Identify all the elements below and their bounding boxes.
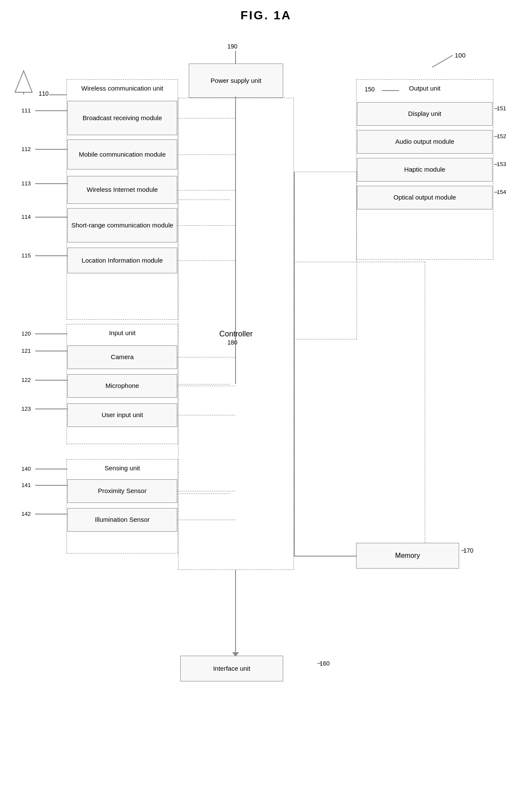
line-123 bbox=[35, 409, 67, 409]
label-111: 111 bbox=[21, 107, 31, 114]
line-151 bbox=[494, 108, 498, 109]
mobile-box: Mobile communication module bbox=[67, 139, 177, 169]
line-illum-ctrl bbox=[177, 520, 235, 521]
display-box: Display unit bbox=[357, 102, 493, 126]
line-prox-ctrl bbox=[177, 491, 235, 492]
diagram: FIG. 1A 100 190 Power supply unit 110 Wi… bbox=[0, 4, 532, 777]
location-box: Location Information module bbox=[67, 248, 177, 273]
sensing-unit-box: Sensing unit bbox=[66, 459, 178, 554]
line-140 bbox=[35, 469, 67, 469]
svg-marker-0 bbox=[15, 71, 32, 92]
line-v-connect bbox=[294, 172, 295, 339]
line-152 bbox=[494, 136, 498, 137]
line-160 bbox=[317, 663, 321, 664]
page-title: FIG. 1A bbox=[0, 9, 532, 22]
label-120: 120 bbox=[21, 330, 31, 337]
line-ctrl-output-v bbox=[357, 172, 357, 339]
line-153 bbox=[494, 164, 498, 165]
label-110: 110 bbox=[39, 90, 48, 97]
line-170 bbox=[461, 550, 465, 551]
user-input-box: User input unit bbox=[67, 403, 177, 427]
svg-marker-2 bbox=[232, 652, 239, 657]
line-111 bbox=[35, 110, 67, 111]
line-broadcast-ctrl bbox=[177, 118, 235, 119]
line-mobile-ctrl bbox=[177, 154, 235, 155]
arrow-110 bbox=[49, 94, 66, 95]
arrow-100 bbox=[432, 55, 453, 67]
label-153: 153 bbox=[497, 161, 506, 167]
power-supply-box: Power supply unit bbox=[189, 64, 283, 98]
line-ctrl-top bbox=[235, 97, 236, 200]
line-mic-ctrl bbox=[177, 386, 235, 387]
memory-box: Memory bbox=[356, 543, 459, 569]
line-ctrl-output bbox=[294, 339, 357, 340]
line-ctrl-output2 bbox=[294, 172, 357, 173]
label-151: 151 bbox=[497, 105, 506, 112]
line-winternet-ctrl bbox=[177, 190, 235, 191]
line-ctrl-left bbox=[235, 200, 236, 384]
haptic-box: Haptic module bbox=[357, 158, 493, 182]
antenna-icon bbox=[13, 69, 34, 94]
label-160: 160 bbox=[320, 660, 329, 667]
line-ctrl-interface bbox=[235, 570, 236, 656]
line-mem-connect bbox=[356, 556, 357, 556]
label-121: 121 bbox=[21, 348, 31, 354]
line-112 bbox=[35, 149, 67, 150]
label-112: 112 bbox=[21, 146, 31, 152]
line-154 bbox=[494, 192, 498, 193]
label-122: 122 bbox=[21, 377, 31, 383]
line-ctrl-mem-h bbox=[294, 556, 356, 557]
line-114 bbox=[35, 217, 67, 218]
label-140: 140 bbox=[21, 466, 31, 472]
line-cam-ctrl bbox=[177, 357, 235, 358]
arrow-190 bbox=[235, 51, 236, 64]
camera-box: Camera bbox=[67, 345, 177, 369]
line-142 bbox=[35, 514, 67, 515]
label-190: 190 bbox=[227, 43, 237, 50]
interface-box: Interface unit bbox=[180, 656, 283, 681]
line-113 bbox=[35, 183, 67, 184]
label-115: 115 bbox=[21, 252, 31, 259]
line-shortrange-ctrl bbox=[177, 225, 235, 226]
label-141: 141 bbox=[21, 482, 31, 488]
line-right-v bbox=[425, 262, 426, 543]
proximity-box: Proximity Sensor bbox=[67, 479, 177, 503]
broadcast-box: Broadcast receiving module bbox=[67, 101, 177, 135]
label-170: 170 bbox=[463, 547, 473, 554]
line-top-right bbox=[294, 262, 425, 263]
microphone-box: Microphone bbox=[67, 374, 177, 398]
line-120 bbox=[35, 333, 67, 334]
label-142: 142 bbox=[21, 511, 31, 517]
label-114: 114 bbox=[21, 214, 31, 220]
optical-box: Optical output module bbox=[357, 186, 493, 209]
label-113: 113 bbox=[21, 180, 31, 187]
line-121 bbox=[35, 351, 67, 351]
wireless-internet-box: Wireless Internet module bbox=[67, 176, 177, 204]
label-152: 152 bbox=[497, 133, 506, 139]
label-123: 123 bbox=[21, 406, 31, 412]
controller-box: Controller bbox=[178, 98, 294, 570]
illumination-box: Illumination Sensor bbox=[67, 508, 177, 532]
arrow-down-interface bbox=[232, 652, 239, 657]
label-154: 154 bbox=[497, 189, 506, 195]
line-ctrl-right-v bbox=[294, 339, 295, 556]
line-122 bbox=[35, 380, 67, 381]
line-115 bbox=[35, 255, 67, 256]
line-userinput-ctrl bbox=[177, 415, 235, 416]
label-100: 100 bbox=[455, 51, 466, 59]
audio-box: Audio output module bbox=[357, 130, 493, 154]
line-location-ctrl bbox=[177, 260, 235, 261]
line-141 bbox=[35, 485, 67, 486]
short-range-box: Short-range communication module bbox=[67, 208, 177, 242]
